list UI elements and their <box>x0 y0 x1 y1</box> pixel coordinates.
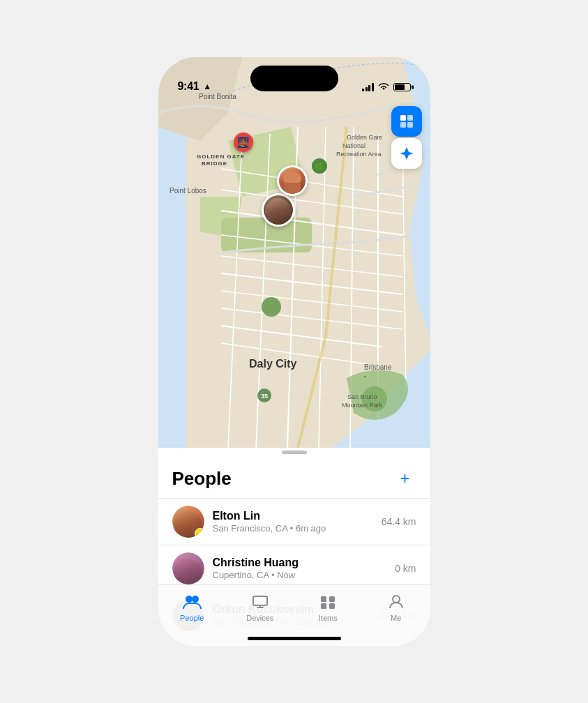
svg-rect-44 <box>329 596 335 602</box>
signal-icon <box>362 83 374 91</box>
svg-text:Brisbane: Brisbane <box>364 363 392 371</box>
svg-rect-36 <box>400 115 406 121</box>
tab-people-label: People <box>180 614 204 622</box>
people-title: People <box>172 468 232 490</box>
tab-me[interactable]: Me <box>362 591 430 622</box>
person-name-christine: Christine Huang <box>213 557 395 569</box>
svg-point-40 <box>186 596 193 603</box>
avatar-elton: ⭐ <box>172 506 204 538</box>
golden-gate-icon: 🌉 <box>234 133 253 152</box>
svg-point-41 <box>192 596 199 603</box>
status-time: 9:41 <box>178 80 199 93</box>
svg-rect-37 <box>407 115 413 121</box>
tab-people[interactable]: People <box>158 591 227 622</box>
person-info-christine: Christine Huang Cupertino, CA • Now <box>213 557 395 580</box>
tab-items-label: Items <box>319 614 338 622</box>
svg-point-47 <box>393 596 400 603</box>
park-icon: 🌿 <box>312 158 327 174</box>
tab-devices-label: Devices <box>246 614 273 622</box>
map-buttons <box>391 106 422 169</box>
map-pin-orkun[interactable] <box>262 193 295 227</box>
location-arrow-icon: ▲ <box>203 82 211 91</box>
avatar-christine <box>172 552 204 584</box>
person-location-christine: Cupertino, CA • Now <box>213 570 395 580</box>
svg-text:San Bruno: San Bruno <box>347 393 377 400</box>
devices-tab-icon <box>250 592 270 612</box>
svg-rect-38 <box>400 122 406 128</box>
svg-text:Point Lobos: Point Lobos <box>169 187 206 195</box>
items-tab-icon <box>318 592 338 612</box>
svg-rect-42 <box>253 596 267 605</box>
person-item-elton[interactable]: ⭐ Elton Lin San Francisco, CA • 6m ago 6… <box>158 498 430 545</box>
add-icon: + <box>400 469 409 488</box>
pull-handle[interactable] <box>282 451 307 454</box>
tab-items[interactable]: Items <box>294 591 363 622</box>
person-info-elton: Elton Lin San Francisco, CA • 6m ago <box>213 510 382 534</box>
dynamic-island <box>250 66 338 91</box>
svg-rect-45 <box>321 603 326 609</box>
people-header: People + <box>158 456 430 498</box>
star-badge: ⭐ <box>195 528 204 538</box>
tab-devices[interactable]: Devices <box>226 591 294 622</box>
battery-icon <box>393 83 411 91</box>
me-tab-icon <box>386 592 406 612</box>
location-button[interactable] <box>391 138 422 169</box>
person-location-elton: San Francisco, CA • 6m ago <box>213 523 382 534</box>
svg-text:GOLDEN GATE: GOLDEN GATE <box>197 153 245 160</box>
svg-rect-39 <box>407 122 413 128</box>
person-distance-christine: 0 km <box>395 563 416 574</box>
home-indicator <box>248 637 341 640</box>
svg-rect-46 <box>329 603 335 609</box>
map-view-button[interactable] <box>391 106 422 137</box>
add-person-button[interactable]: + <box>394 467 416 490</box>
map-pin-elton[interactable] <box>277 165 308 196</box>
svg-text:35: 35 <box>260 393 267 400</box>
svg-text:Recreation Area: Recreation Area <box>336 151 382 158</box>
person-distance-elton: 64.4 km <box>382 516 416 527</box>
svg-text:Mountain Park: Mountain Park <box>342 402 383 409</box>
person-name-elton: Elton Lin <box>213 510 382 522</box>
wifi-icon <box>378 82 389 93</box>
svg-point-21 <box>262 297 281 317</box>
svg-text:National: National <box>342 142 365 149</box>
status-icons <box>362 82 411 93</box>
people-tab-icon <box>182 592 202 612</box>
map-view[interactable]: 35 Point Bonita Point Lobos GOLDEN GATE … <box>158 57 430 448</box>
tab-me-label: Me <box>391 614 401 622</box>
svg-text:Golden Gate: Golden Gate <box>347 134 382 141</box>
map-svg: 35 Point Bonita Point Lobos GOLDEN GATE … <box>158 57 430 448</box>
svg-text:Daly City: Daly City <box>249 358 297 370</box>
svg-rect-43 <box>321 596 326 602</box>
svg-text:BRIDGE: BRIDGE <box>202 160 227 167</box>
